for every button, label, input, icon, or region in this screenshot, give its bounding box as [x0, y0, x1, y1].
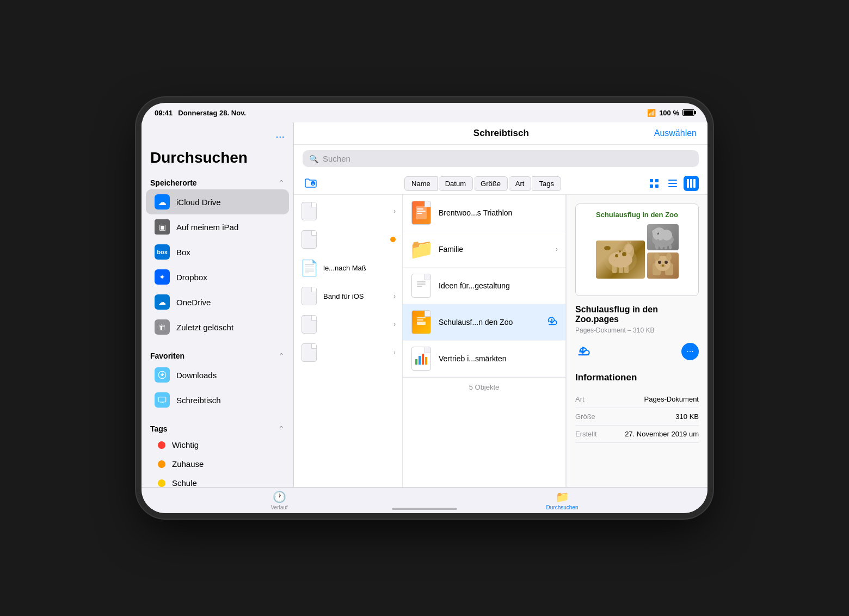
sort-datum-button[interactable]: Datum — [439, 176, 473, 191]
tab-bar: 🕐 Verlauf 📁 Durchsuchen — [142, 487, 707, 513]
sidebar-item-box[interactable]: box Box — [146, 239, 289, 264]
sidebar: ··· Durchsuchen Speicherorte ⌃ ☁ iCloud … — [142, 122, 294, 487]
ipad-frame: 09:41 Donnerstag 28. Nov. 📶 100 % ··· Du… — [142, 103, 707, 513]
svg-rect-23 — [417, 322, 426, 325]
grid-view-button[interactable] — [647, 176, 662, 191]
svg-point-57 — [662, 264, 664, 267]
main-title: Schreibtisch — [348, 128, 654, 139]
search-bar[interactable]: 🔍 Suchen — [303, 150, 699, 167]
file-item-familie[interactable]: 📁 Familie › — [403, 231, 565, 268]
svg-rect-10 — [668, 186, 677, 187]
file-item-brentwoo[interactable]: Brentwoo...s Triathlon — [403, 195, 565, 231]
box-icon: box — [155, 244, 170, 260]
preview-more-button[interactable]: ··· — [681, 343, 699, 360]
column-item-5[interactable]: › — [294, 310, 402, 338]
auswahlen-button[interactable]: Auswählen — [654, 128, 697, 138]
wichtig-label: Wichtig — [172, 440, 199, 449]
giraffe-image — [596, 241, 645, 279]
svg-line-34 — [630, 242, 631, 243]
preview-panel: Schulausflug in den Zoo — [566, 195, 707, 487]
svg-point-46 — [652, 230, 659, 234]
new-folder-button[interactable]: + — [303, 177, 319, 190]
schule-dot-icon — [158, 479, 165, 487]
downloads-label: Downloads — [176, 371, 217, 380]
brentwoo-file-icon — [410, 200, 432, 225]
tab-verlauf[interactable]: 🕐 Verlauf — [249, 488, 309, 513]
sidebar-item-downloads[interactable]: Downloads — [146, 362, 289, 387]
more-dots-icon[interactable]: ··· — [275, 130, 285, 142]
sort-tags-button[interactable]: Tags — [532, 176, 561, 191]
file-item-schulausflug[interactable]: Schulausf...n den Zoo — [403, 304, 565, 341]
favoriten-header[interactable]: Favoriten ⌃ — [142, 348, 293, 362]
list-view-button[interactable] — [665, 176, 680, 191]
dropbox-label: Dropbox — [176, 273, 207, 282]
svg-rect-11 — [687, 179, 689, 188]
meerkat-image — [647, 252, 679, 279]
trash-icon: 🗑 — [155, 319, 170, 335]
svg-rect-49 — [665, 245, 667, 249]
sidebar-item-dropbox[interactable]: ✦ Dropbox — [146, 264, 289, 289]
elephant-image — [647, 224, 679, 250]
time-label: 09:41 — [155, 109, 173, 117]
info-row-erstellt: Erstellt 27. November 2019 um — [575, 426, 699, 443]
durchsuchen-folder-icon: 📁 — [556, 490, 569, 503]
search-icon: 🔍 — [309, 155, 318, 163]
zuhause-label: Zuhause — [172, 459, 204, 469]
svg-rect-47 — [656, 245, 659, 249]
sort-grosse-button[interactable]: Größe — [474, 176, 508, 191]
sidebar-item-desktop[interactable]: Schreibtisch — [146, 387, 289, 412]
verlauf-label: Verlauf — [270, 504, 287, 510]
sidebar-item-onedrive[interactable]: ☁ OneDrive — [146, 289, 289, 315]
preview-download-button[interactable] — [575, 343, 590, 361]
sidebar-item-icloud[interactable]: ☁ iCloud Drive — [146, 189, 289, 214]
file-item-ideen[interactable]: Ideen für...gestaltung — [403, 268, 565, 304]
sort-art-button[interactable]: Art — [509, 176, 532, 191]
svg-rect-9 — [668, 183, 677, 184]
sidebar-item-trash[interactable]: 🗑 Zuletzt gelöscht — [146, 315, 289, 340]
onedrive-label: OneDrive — [176, 298, 211, 307]
file-count-footer: 5 Objekte — [403, 377, 565, 397]
sidebar-item-wichtig[interactable]: Wichtig — [146, 435, 289, 454]
column-item-6[interactable]: › — [294, 338, 402, 367]
sidebar-item-schule[interactable]: Schule — [146, 473, 289, 487]
svg-rect-22 — [417, 319, 423, 321]
svg-point-55 — [665, 261, 668, 264]
sort-name-button[interactable]: Name — [404, 176, 438, 191]
downloads-icon — [155, 367, 170, 383]
svg-rect-17 — [417, 213, 422, 214]
sidebar-item-ipad[interactable]: ▣ Auf meinem iPad — [146, 214, 289, 239]
sidebar-item-zuhause[interactable]: Zuhause — [146, 454, 289, 473]
desktop-label: Schreibtisch — [176, 396, 221, 405]
familie-folder-icon: 📁 — [410, 237, 432, 262]
tags-header[interactable]: Tags ⌃ — [142, 421, 293, 435]
svg-rect-1 — [158, 397, 166, 402]
favoriten-label: Favoriten — [150, 352, 184, 360]
view-buttons — [647, 176, 699, 191]
speicherorte-header[interactable]: Speicherorte ⌃ — [142, 175, 293, 189]
trash-label: Zuletzt gelöscht — [176, 323, 233, 332]
file-column-left: › 📄 le...nach Maß B — [294, 195, 403, 487]
icloud-icon: ☁ — [155, 194, 170, 210]
speicherorte-label: Speicherorte — [150, 178, 197, 187]
familie-name: Familie — [439, 245, 549, 254]
column-item-1[interactable]: › — [294, 197, 402, 225]
home-indicator — [392, 508, 457, 510]
schule-label: Schule — [172, 478, 197, 487]
svg-rect-48 — [660, 245, 663, 249]
status-right: 📶 100 % — [647, 109, 694, 117]
file-count: 5 Objekte — [469, 383, 500, 391]
svg-point-54 — [658, 261, 661, 264]
file-item-vertrieb[interactable]: Vertrieb i...smärkten — [403, 341, 565, 377]
info-grosse-value: 310 KB — [675, 412, 699, 421]
column-item-4[interactable]: Band für iOS › — [294, 282, 402, 310]
svg-rect-15 — [417, 208, 423, 210]
sidebar-more-btn[interactable]: ··· — [142, 128, 293, 147]
column-item-2[interactable] — [294, 225, 402, 254]
svg-rect-18 — [417, 281, 426, 282]
ideen-file-icon — [410, 273, 432, 298]
tags-chevron-icon: ⌃ — [278, 424, 285, 433]
tab-durchsuchen[interactable]: 📁 Durchsuchen — [525, 488, 600, 513]
column-view-button[interactable] — [684, 176, 699, 191]
column-item-3[interactable]: 📄 le...nach Maß — [294, 254, 402, 282]
download-cloud-icon[interactable] — [546, 315, 558, 330]
